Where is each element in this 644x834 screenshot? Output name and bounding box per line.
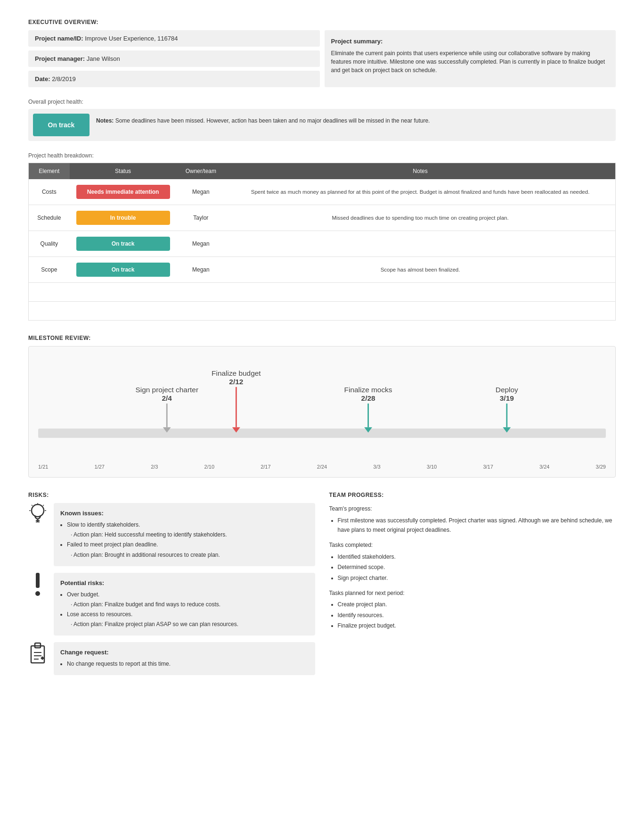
project-manager-field: Project manager: Jane Wilson	[28, 50, 320, 67]
owner-cell: Megan	[177, 231, 226, 257]
health-label: Overall project health:	[28, 99, 616, 105]
svg-text:Deploy: Deploy	[496, 386, 518, 394]
table-row	[29, 283, 616, 302]
planned-3: Finalize project budget.	[338, 621, 616, 630]
known-issues-title: Known issues:	[60, 509, 309, 519]
breakdown-table: Element Status Owner/team Notes CostsNee…	[28, 163, 616, 321]
project-manager-value: Jane Wilson	[87, 55, 120, 62]
x-label-4: 2/10	[204, 464, 214, 470]
breakdown-section: Project health breakdown: Element Status…	[28, 152, 616, 321]
svg-rect-26	[36, 573, 40, 588]
potential-risks-item: Potential risks: Over budget. · Action p…	[28, 573, 315, 636]
bulb-icon	[28, 503, 47, 527]
svg-line-23	[43, 505, 44, 506]
owner-cell	[177, 302, 226, 321]
status-cell: Needs immediate attention	[70, 179, 177, 205]
x-axis: 1/21 1/27 2/3 2/10 2/17 2/24 3/3 3/10 3/…	[38, 464, 606, 470]
team-progress-bullet-1: First milestone was successfully complet…	[338, 516, 616, 535]
exec-overview-title: EXECUTIVE OVERVIEW:	[28, 19, 616, 25]
status-badge: In trouble	[76, 211, 170, 225]
known-issues-box: Known issues: Slow to identify stakehold…	[54, 503, 315, 566]
element-cell: Scope	[29, 257, 70, 283]
svg-text:Finalize budget: Finalize budget	[212, 369, 261, 377]
x-label-8: 3/10	[427, 464, 437, 470]
risks-section: RISKS: Known issu	[28, 492, 315, 682]
table-row: ScopeOn trackMeganScope has almost been …	[29, 257, 616, 283]
element-cell	[29, 283, 70, 302]
x-label-5: 2/17	[261, 464, 270, 470]
tasks-completed-label: Tasks completed:	[329, 540, 616, 550]
notes-cell: Spent twice as much money as planned for…	[225, 179, 615, 205]
owner-cell: Megan	[177, 257, 226, 283]
x-label-11: 3/29	[596, 464, 606, 470]
summary-text: Eliminate the current pain points that u…	[331, 50, 605, 74]
team-progress-title: TEAM PROGRESS:	[329, 492, 616, 498]
known-issues-item: Known issues: Slow to identify stakehold…	[28, 503, 315, 566]
notes-text: Some deadlines have been missed. However…	[115, 117, 430, 124]
potential-risk-4: · Action plan: Finalize project plan ASA…	[67, 620, 309, 629]
notes-cell	[225, 283, 615, 302]
risks-title: RISKS:	[28, 492, 315, 498]
project-manager-label: Project manager:	[35, 55, 85, 62]
change-request-1: No change requests to report at this tim…	[67, 660, 309, 669]
col-owner: Owner/team	[177, 163, 226, 180]
status-cell	[70, 283, 177, 302]
completed-3: Sign project charter.	[338, 573, 616, 583]
svg-rect-0	[38, 429, 606, 438]
notes-cell	[225, 302, 615, 321]
change-request-title: Change request:	[60, 648, 309, 658]
overall-health-status: On track	[33, 114, 90, 136]
table-row	[29, 302, 616, 321]
date-field: Date: 2/8/2019	[28, 71, 320, 87]
status-cell	[70, 302, 177, 321]
table-row: CostsNeeds immediate attentionMeganSpent…	[29, 179, 616, 205]
summary-title: Project summary:	[331, 37, 610, 46]
owner-cell: Megan	[177, 179, 226, 205]
project-name-field: Project name/ID: Improve User Experience…	[28, 30, 320, 47]
notes-label: Notes:	[96, 117, 114, 124]
project-name-label: Project name/ID:	[35, 35, 83, 42]
health-notes: Notes: Some deadlines have been missed. …	[96, 114, 430, 136]
team-progress-content: Team's progress: First milestone was suc…	[329, 504, 616, 630]
planned-1: Create project plan.	[338, 600, 616, 609]
element-cell	[29, 302, 70, 321]
project-summary-box: Project summary: Eliminate the current p…	[325, 30, 616, 87]
milestone-review-section: MILESTONE REVIEW: Sign project charter 2…	[28, 335, 616, 478]
overall-health-section: Overall project health: On track Notes: …	[28, 99, 616, 141]
milestone-chart: Sign project charter 2/4 Finalize budget…	[28, 346, 616, 478]
x-label-3: 2/3	[151, 464, 158, 470]
col-element: Element	[29, 163, 70, 180]
status-cell: On track	[70, 231, 177, 257]
owner-cell: Taylor	[177, 205, 226, 231]
exec-left-col: Project name/ID: Improve User Experience…	[28, 30, 320, 87]
notes-cell: Missed deadlines due to spending too muc…	[225, 205, 615, 231]
status-cell: In trouble	[70, 205, 177, 231]
potential-risk-2: · Action plan: Finalize budget and find …	[67, 600, 309, 609]
svg-text:Sign project charter: Sign project charter	[135, 386, 198, 394]
table-row: ScheduleIn troubleTaylorMissed deadlines…	[29, 205, 616, 231]
status-badge: On track	[76, 263, 170, 277]
date-value: 2/8/2019	[52, 75, 76, 83]
notes-cell	[225, 231, 615, 257]
svg-text:Finalize mocks: Finalize mocks	[344, 386, 392, 394]
potential-risks-title: Potential risks:	[60, 578, 309, 588]
tasks-planned-label: Tasks planned for next period:	[329, 588, 616, 598]
date-label: Date:	[35, 75, 50, 83]
svg-rect-28	[31, 646, 44, 663]
milestone-svg: Sign project charter 2/4 Finalize budget…	[38, 356, 606, 462]
col-status: Status	[70, 163, 177, 180]
svg-line-22	[32, 505, 33, 506]
breakdown-label: Project health breakdown:	[28, 152, 616, 159]
potential-risk-3: Lose access to resources.	[67, 610, 309, 619]
element-cell: Costs	[29, 179, 70, 205]
known-issue-1: Slow to identify stakeholders.	[67, 520, 309, 529]
team-progress-section: TEAM PROGRESS: Team's progress: First mi…	[329, 492, 616, 682]
known-issue-3: Failed to meet project plan deadline.	[67, 540, 309, 549]
completed-1: Identified stakeholders.	[338, 552, 616, 562]
bottom-grid: RISKS: Known issu	[28, 492, 616, 682]
svg-text:3/19: 3/19	[500, 394, 514, 402]
known-issue-4: · Action plan: Brought in additional res…	[67, 551, 309, 560]
svg-text:2/28: 2/28	[361, 394, 375, 402]
planned-2: Identify resources.	[338, 611, 616, 620]
x-label-7: 3/3	[373, 464, 380, 470]
